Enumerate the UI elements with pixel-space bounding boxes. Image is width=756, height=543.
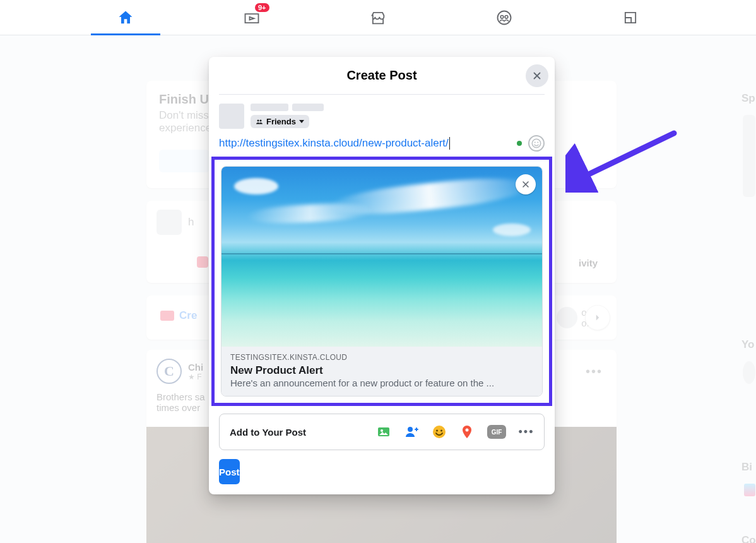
svg-point-7 [381, 429, 383, 432]
status-dot [517, 141, 522, 146]
close-icon [531, 70, 543, 81]
svg-point-1 [500, 15, 504, 18]
author-name-redacted-2 [292, 104, 324, 111]
nav-watch[interactable]: 9+ [217, 1, 286, 35]
gif-label: GIF [492, 429, 502, 436]
svg-point-3 [532, 139, 541, 148]
groups-icon [495, 9, 513, 27]
svg-point-2 [505, 15, 508, 18]
preview-description: Here's an announcement for a new product… [230, 378, 533, 388]
remove-preview-button[interactable] [516, 174, 536, 194]
feeling-icon [432, 424, 447, 439]
close-icon [521, 179, 531, 189]
link-preview-image [221, 167, 542, 347]
gaming-icon [622, 9, 639, 27]
add-to-post-label: Add to Your Post [230, 427, 306, 438]
checkin-button[interactable] [459, 424, 475, 439]
svg-point-0 [498, 11, 511, 24]
compose-textarea[interactable]: http://testingsitex.kinsta.cloud/new-pro… [219, 137, 450, 150]
top-nav: 9+ [0, 0, 756, 35]
svg-point-10 [436, 430, 438, 432]
feeling-button[interactable] [432, 424, 447, 439]
compose-text: http://testingsitex.kinsta.cloud/new-pro… [219, 137, 449, 149]
nav-home[interactable] [91, 1, 160, 35]
author-row: Friends [209, 95, 555, 131]
link-preview-highlight: TESTINGSITEX.KINSTA.CLOUD New Product Al… [211, 157, 552, 406]
audience-label: Friends [266, 117, 296, 126]
emoji-icon [531, 138, 542, 149]
tag-people-button[interactable] [404, 424, 419, 439]
tag-people-icon [404, 424, 419, 439]
author-avatar [219, 104, 244, 129]
close-button[interactable] [526, 64, 548, 87]
nav-gaming[interactable] [596, 1, 665, 35]
home-icon [117, 9, 134, 27]
nav-marketplace[interactable] [343, 1, 413, 35]
marketplace-icon [369, 9, 387, 27]
svg-point-9 [433, 426, 446, 438]
svg-point-5 [537, 142, 538, 143]
more-options-button[interactable]: ••• [519, 424, 534, 439]
watch-badge: 9+ [255, 3, 269, 12]
preview-domain: TESTINGSITEX.KINSTA.CLOUD [230, 353, 533, 362]
modal-title: Create Post [346, 68, 416, 83]
link-preview-card: TESTINGSITEX.KINSTA.CLOUD New Product Al… [221, 166, 543, 397]
friends-icon [256, 118, 263, 126]
svg-point-12 [466, 429, 469, 432]
emoji-button[interactable] [528, 135, 545, 152]
location-icon [459, 424, 475, 439]
svg-point-4 [535, 142, 536, 143]
author-name-redacted [251, 104, 288, 111]
create-post-modal: Create Post Friends http://testingsitex.… [209, 57, 555, 494]
post-button-label: Post [219, 467, 240, 477]
post-button[interactable]: Post [219, 459, 240, 484]
svg-point-8 [408, 427, 413, 432]
add-photo-button[interactable] [376, 424, 391, 439]
photo-icon [376, 424, 391, 439]
chevron-down-icon [299, 120, 304, 123]
svg-point-11 [440, 430, 442, 432]
nav-groups[interactable] [470, 1, 539, 35]
preview-title: New Product Alert [230, 364, 533, 377]
add-to-post-box: Add to Your Post GIF ••• [219, 414, 545, 450]
text-cursor [449, 137, 450, 150]
audience-selector[interactable]: Friends [251, 115, 309, 128]
gif-button[interactable]: GIF [487, 425, 506, 439]
